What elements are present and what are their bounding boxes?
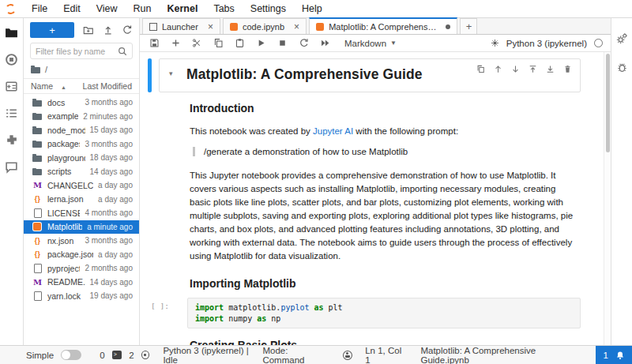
kernels-count[interactable]: 2	[129, 351, 134, 360]
move-cell-down-icon[interactable]	[511, 65, 520, 73]
filter-files-box[interactable]	[30, 43, 133, 59]
notebook-scrollbar[interactable]	[604, 52, 611, 345]
refresh-icon[interactable]	[122, 24, 133, 36]
menu-item-settings[interactable]: Settings	[243, 3, 294, 14]
kernel-name[interactable]: Python 3 (ipykernel)	[506, 39, 587, 48]
menu-item-tabs[interactable]: Tabs	[205, 3, 242, 14]
cell-prompt: [ ]:	[151, 298, 187, 328]
file-row[interactable]: {} lerna.json a day ago	[24, 193, 139, 207]
cell-type-value: Markdown	[344, 39, 386, 48]
close-icon[interactable]: ×	[208, 22, 213, 32]
file-row[interactable]: node_modul... 15 days ago	[24, 123, 139, 137]
file-row[interactable]: packages 3 months ago	[24, 137, 139, 152]
cut-icon[interactable]	[192, 38, 202, 48]
property-inspector-icon[interactable]	[616, 32, 628, 44]
new-folder-icon[interactable]	[83, 24, 94, 36]
command-mode-indicator[interactable]: Mode: Command	[262, 346, 330, 364]
notifications-badge[interactable]: 1	[596, 346, 632, 364]
column-name[interactable]: Name▲	[31, 81, 66, 91]
breadcrumb-root[interactable]: /	[45, 65, 47, 74]
markdown-cell-introduction[interactable]: Introduction This notebook was created b…	[143, 102, 601, 290]
filter-files-input[interactable]	[36, 47, 115, 56]
file-row[interactable]: M README.md 14 days ago	[24, 276, 139, 290]
upload-icon[interactable]	[103, 24, 114, 36]
heading-collapse-icon[interactable]: ▾	[169, 66, 186, 77]
tab-launcher[interactable]: Launcher ×	[142, 18, 220, 34]
kernel-settings-icon[interactable]	[491, 39, 499, 47]
file-row[interactable]: docs 3 months ago	[24, 96, 139, 110]
delete-cell-icon[interactable]	[563, 65, 572, 73]
running-sessions-icon[interactable]	[5, 53, 18, 66]
git-icon[interactable]	[5, 80, 18, 93]
file-name: node_modul...	[47, 126, 85, 135]
debugger-icon[interactable]	[616, 62, 628, 73]
file-type-icon	[32, 167, 43, 177]
file-row[interactable]: examples 2 minutes ago	[24, 110, 139, 124]
notebook-icon	[230, 23, 238, 31]
file-row[interactable]: Matplotlib: A... a minute ago	[24, 220, 139, 235]
code-editor[interactable]: import matplotlib.pyplot as pltimport nu…	[187, 298, 581, 328]
file-list: docs 3 months ago examples 2 minutes ago…	[24, 94, 139, 345]
simple-mode-toggle[interactable]	[61, 350, 81, 360]
new-tab-button[interactable]: +	[460, 18, 477, 34]
menu-item-edit[interactable]: Edit	[55, 3, 88, 14]
menu-item-help[interactable]: Help	[294, 3, 330, 14]
kernel-status-text[interactable]: Python 3 (ipykernel) | Idle	[163, 346, 262, 364]
active-filename[interactable]: Matplotlib: A Comprehensive Guide.ipynb	[420, 346, 582, 364]
accessibility-icon[interactable]	[343, 351, 352, 360]
file-row[interactable]: {} package.json a day ago	[24, 248, 139, 262]
table-of-contents-icon[interactable]	[5, 107, 18, 120]
tab-label: Matplotlib: A Comprehens…	[329, 22, 436, 32]
kernel-status-icon[interactable]	[594, 39, 603, 47]
menu-item-view[interactable]: View	[88, 3, 126, 14]
run-icon[interactable]	[256, 38, 266, 48]
tab-matplotlib-guide[interactable]: Matplotlib: A Comprehens…	[309, 17, 457, 34]
file-type-icon: {}	[32, 235, 43, 246]
file-name: pyproject.toml	[47, 264, 80, 273]
stop-icon[interactable]	[277, 38, 288, 48]
file-row[interactable]: LICENSE 4 months ago	[24, 206, 139, 220]
file-name: playground	[47, 153, 85, 163]
terminals-count[interactable]: 0	[100, 351, 104, 360]
column-last-modified[interactable]: Last Modified	[83, 81, 132, 91]
restart-kernel-icon[interactable]	[299, 38, 309, 48]
new-launcher-button[interactable]: +	[30, 22, 74, 38]
home-folder-icon[interactable]	[31, 64, 41, 74]
copy-icon[interactable]	[213, 38, 224, 48]
file-browser-icon[interactable]	[5, 26, 18, 39]
cell-collapser[interactable]	[148, 58, 152, 92]
file-row[interactable]: {} nx.json 3 months ago	[24, 234, 139, 248]
insert-cell-above-icon[interactable]	[529, 65, 537, 73]
file-row[interactable]: playground 18 days ago	[24, 151, 139, 165]
move-cell-up-icon[interactable]	[494, 65, 502, 73]
file-row[interactable]: scripts 14 days ago	[24, 165, 139, 179]
tab-code-ipynb[interactable]: code.ipynb ×	[223, 18, 307, 34]
duplicate-cell-icon[interactable]	[476, 65, 485, 73]
markdown-cell-title[interactable]: ▾ Matplotlib: A Comprehensive Guide	[148, 58, 581, 92]
paste-icon[interactable]	[235, 38, 245, 48]
left-activity-bar	[0, 18, 24, 345]
add-cell-icon[interactable]	[171, 38, 181, 48]
breadcrumb[interactable]: /	[24, 64, 139, 78]
chat-icon[interactable]	[5, 160, 18, 174]
jupyter-ai-link[interactable]: Jupyter AI	[313, 126, 353, 136]
save-icon[interactable]	[149, 38, 160, 48]
markdown-cell-basic-plots[interactable]: Creating Basic Plots	[143, 339, 601, 345]
code-cell[interactable]: [ ]: import matplotlib.pyplot as pltimpo…	[151, 298, 581, 328]
scrollbar-thumb[interactable]	[606, 54, 610, 152]
insert-cell-below-icon[interactable]	[546, 65, 555, 73]
file-row[interactable]: pyproject.toml 2 months ago	[24, 261, 139, 276]
cursor-position[interactable]: Ln 1, Col 1	[365, 346, 408, 364]
kernel-sessions-icon[interactable]	[141, 351, 150, 359]
extension-manager-icon[interactable]	[5, 133, 18, 147]
menu-item-kernel[interactable]: Kernel	[160, 3, 206, 14]
terminal-icon[interactable]	[112, 351, 122, 359]
close-icon[interactable]: ×	[294, 22, 299, 32]
menu-item-file[interactable]: File	[24, 3, 55, 14]
cell-type-dropdown[interactable]: Markdown ▼	[344, 39, 397, 48]
created-by-paragraph: This notebook was created by Jupyter AI …	[190, 125, 577, 138]
file-row[interactable]: M CHANGELC... a day ago	[24, 178, 139, 193]
restart-run-all-icon[interactable]	[320, 38, 330, 48]
menu-item-run[interactable]: Run	[126, 3, 160, 14]
file-row[interactable]: yarn.lock 19 days ago	[24, 289, 139, 303]
